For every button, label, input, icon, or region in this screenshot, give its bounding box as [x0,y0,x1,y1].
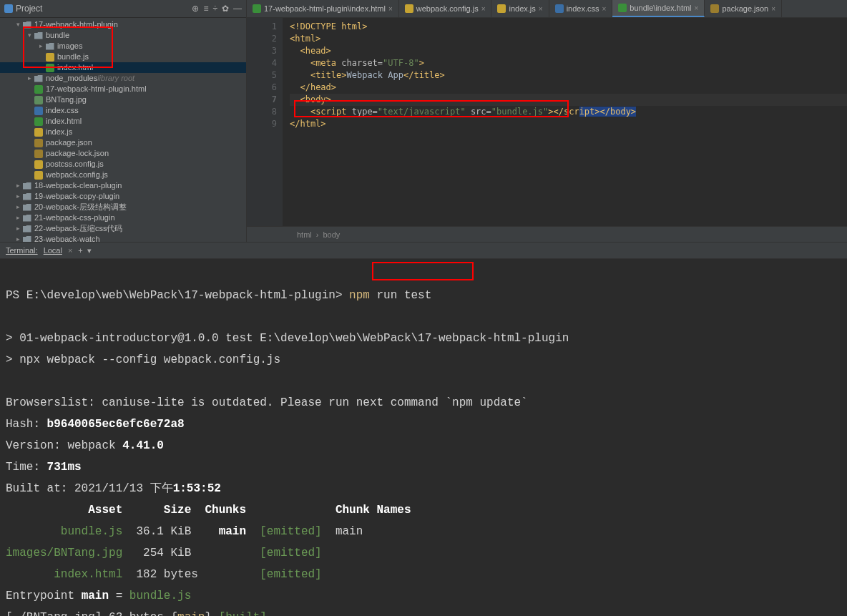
tree-row[interactable]: ▾17-webpack-html-plugin [0,19,246,30]
html-icon [44,63,55,72]
tree-label: images [57,41,82,52]
close-icon[interactable]: × [771,5,775,13]
tree-arrow-icon[interactable]: ▸ [14,234,21,242]
tree-arrow-icon[interactable]: ▸ [14,223,21,234]
expand-icon[interactable]: ÷ [212,4,217,14]
tree-label: index.css [46,105,79,116]
tree-row[interactable]: index.html [0,116,246,127]
editor-tab[interactable]: index.css× [549,0,613,17]
editor-tab[interactable]: webpack.config.js× [399,0,492,17]
code-tag: ipt></body> [579,107,636,117]
tree-arrow-icon[interactable]: ▸ [14,191,21,202]
tree-row[interactable]: index.js [0,127,246,137]
editor-tab[interactable]: package.json× [705,0,782,17]
folder-icon [21,235,32,242]
editor-tab[interactable]: 17-webpack-html-plugin\index.html× [247,0,399,17]
terminal-tab-close-icon[interactable]: × [68,246,72,255]
code-editor[interactable]: <!DOCTYPE html> <html> <head> <meta char… [283,18,847,226]
folder-icon [44,41,55,51]
folder-icon [21,213,32,223]
project-title: Project [16,4,42,14]
tree-row[interactable]: package.json [0,137,246,148]
breadcrumb-item[interactable]: html [297,230,312,239]
hide-panel-icon[interactable]: — [233,4,242,14]
tree-row[interactable]: ▸22-webpack-压缩css代码 [0,223,246,234]
line-number: 1 [247,21,277,33]
tab-label: webpack.config.js [416,4,479,13]
code-attr: charset= [341,58,383,68]
terminal-tab[interactable]: Local [44,246,62,255]
tree-row[interactable]: bundle.js [0,52,246,62]
term-line: Version: webpack 4.41.0 [6,439,164,452]
tree-row[interactable]: webpack.config.js [0,170,246,180]
tree-row[interactable]: ▸20-webpack-层级结构调整 [0,202,246,212]
terminal-body[interactable]: PS E:\develop\web\WebPack\17-webpack-htm… [0,259,847,616]
tree-row[interactable]: postcss.config.js [0,159,246,170]
tree-arrow-icon[interactable]: ▾ [26,30,33,41]
tab-label: package.json [722,4,768,13]
tree-row[interactable]: package-lock.json [0,148,246,159]
tree-row[interactable]: ▸node_modules library root [0,73,246,84]
code-line: </html> [290,119,326,129]
tab-label: bundle\index.html [630,4,691,12]
code-line: <html> [290,34,320,44]
tree-arrow-icon[interactable]: ▸ [37,41,44,52]
json-icon [710,4,719,13]
tree-label: index.html [46,116,82,127]
tree-row[interactable]: ▾bundle [0,30,246,41]
json-icon [33,149,44,158]
term-line: Browserslist: caniuse-lite is outdated. … [6,396,528,409]
tree-label: 17-webpack-html-plugin.html [46,84,147,94]
tree-label: bundle.js [57,52,89,62]
tree-row[interactable]: ▸19-webpack-copy-plugin [0,191,246,202]
project-panel: Project ⊕ ≡ ÷ ✿ — ▾17-webpack-html-plugi… [0,0,247,242]
tree-label: 19-webpack-copy-plugin [34,191,119,202]
tree-row[interactable]: ▸23-webpack-watch [0,234,246,242]
img-icon [33,95,44,104]
breadcrumb[interactable]: html › body [247,226,847,242]
css-icon [555,4,564,13]
code-line: </head> [300,82,336,92]
close-icon[interactable]: × [388,5,393,13]
code-str: "bundle.js" [491,107,548,117]
new-session-icon[interactable]: + [78,246,82,255]
tree-row[interactable]: BNTang.jpg [0,94,246,105]
project-tree[interactable]: ▾17-webpack-html-plugin▾bundle▸imagesbun… [0,18,246,242]
html-icon [618,4,627,12]
tree-arrow-icon[interactable]: ▸ [26,73,33,84]
close-icon[interactable]: × [481,5,486,13]
collapse-all-icon[interactable]: ≡ [203,4,208,14]
tree-row[interactable]: 17-webpack-html-plugin.html [0,84,246,94]
code-tag: > [419,58,424,68]
folder-icon [33,31,44,40]
folder-icon [33,74,44,83]
js-icon [33,127,44,137]
tree-label: BNTang.jpg [46,94,87,105]
settings-icon[interactable]: ✿ [222,4,229,14]
tree-arrow-icon[interactable]: ▸ [14,212,21,223]
close-icon[interactable]: × [695,4,699,12]
breadcrumb-item[interactable]: body [323,230,340,239]
editor-tab[interactable]: index.js× [491,0,549,17]
tree-arrow-icon[interactable]: ▾ [14,19,21,30]
tree-arrow-icon[interactable]: ▸ [14,180,21,191]
tree-row[interactable]: index.css [0,105,246,116]
close-icon[interactable]: × [602,5,606,13]
locate-icon[interactable]: ⊕ [192,4,199,14]
tree-row[interactable]: ▸21-webpack-css-plugin [0,212,246,223]
tree-arrow-icon[interactable]: ▸ [14,202,21,212]
tree-label: webpack.config.js [46,170,108,180]
terminal-options-icon[interactable]: ▾ [87,246,92,255]
editor-tabs[interactable]: 17-webpack-html-plugin\index.html×webpac… [247,0,847,18]
tree-row[interactable]: index.html [0,62,246,73]
close-icon[interactable]: × [539,5,543,13]
code-line: <!DOCTYPE html> [290,21,367,31]
line-number: 5 [247,69,277,82]
tab-label: 17-webpack-html-plugin\index.html [264,4,386,13]
tree-row[interactable]: ▸images [0,41,246,52]
code-attr: type= [352,107,378,117]
editor-tab[interactable]: bundle\index.html× [612,0,705,17]
tree-row[interactable]: ▸18-webpack-clean-plugin [0,180,246,191]
term-line: images/BNTang.jpg 254 KiB [emitted] [6,547,336,559]
folder-icon [21,224,32,233]
